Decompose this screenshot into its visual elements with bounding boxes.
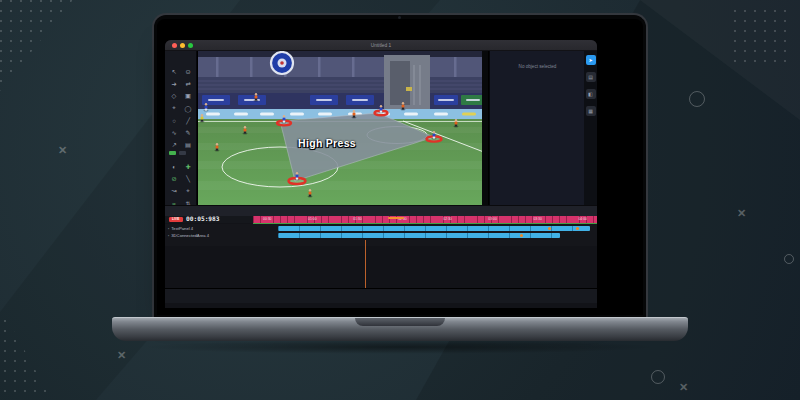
inspector-empty-text: No object selected — [490, 64, 585, 69]
telestration-caption: High Press — [298, 137, 356, 149]
match-video-frame — [197, 51, 489, 205]
ruler-label: 03:00 — [488, 216, 497, 223]
cursor-tool[interactable]: ↖ — [167, 65, 181, 77]
curve-arrow-tool[interactable]: ↝ — [167, 185, 181, 197]
timeline-timecode: 00:05:983 — [186, 215, 220, 222]
spotlight-tool[interactable]: ⊙ — [181, 65, 195, 77]
dot-grid-decor — [0, 0, 76, 96]
clip-keyframe-marker[interactable] — [520, 234, 523, 237]
track-label[interactable]: ▪ TextPanel 4 — [168, 226, 193, 231]
transport-bar: 00:00:16 ◫ ▭ « 0:16 / 8:00 ▶ » ⟳ ▦ Chron… — [165, 205, 597, 216]
clip-keyframe-marker[interactable] — [548, 227, 551, 230]
target-tool[interactable]: ⌖ — [167, 102, 181, 114]
circle-decor — [689, 91, 705, 107]
track-label[interactable]: ▪ 3DConnectedArea 4 — [168, 233, 209, 238]
magnifier-tool[interactable]: ◯ — [181, 102, 195, 114]
track-icon: ▪ — [168, 227, 169, 231]
pen-tool[interactable]: ✎ — [181, 126, 195, 138]
zone-tool[interactable]: ▣ — [181, 90, 195, 102]
stadium-scene — [198, 51, 489, 205]
timeline-clip[interactable] — [278, 233, 560, 239]
player-marker-tool[interactable]: ◇ — [167, 90, 181, 102]
arrow-tool[interactable]: ➔ — [167, 77, 181, 89]
ruler-label: 01:30 — [353, 216, 362, 223]
ruler-label: 02:30 — [443, 216, 452, 223]
laptop-shadow — [140, 340, 660, 354]
club-logo — [271, 52, 293, 74]
circle-decor — [784, 254, 794, 264]
stadium-tunnel — [384, 55, 430, 109]
link-tool[interactable]: ⇄ — [181, 77, 195, 89]
layers-tool[interactable]: ▤ — [181, 139, 195, 151]
laptop-notch — [355, 318, 445, 326]
dot-grid-decor — [730, 6, 794, 66]
ruler-label: 00:30 — [263, 216, 272, 223]
window-titlebar: Untitled 1 — [165, 40, 597, 51]
ruler-label: 01:00 — [308, 216, 317, 223]
video-viewport[interactable]: High Press — [197, 51, 489, 205]
timeline-empty-area — [165, 246, 597, 288]
track-icon: ▪ — [168, 234, 169, 238]
ruler-label: 04:00 — [578, 216, 587, 223]
webcam-dot — [398, 16, 401, 19]
ruler-highlight-marker[interactable] — [388, 217, 404, 219]
inspector-tab-strip: ➤ ▤ ◧ ▦ — [584, 51, 597, 205]
inspector-panel: No object selected — [489, 51, 584, 205]
library-tab[interactable]: ◧ — [586, 89, 596, 99]
bottom-bar: ▦ Zoom @ 10s ▾ Send with ↵ Football ▾ ◫ … — [165, 288, 597, 303]
grid-tab[interactable]: ▦ — [586, 106, 596, 116]
secondary-color-swatch[interactable] — [179, 151, 186, 155]
block-tool[interactable]: ⊘ — [167, 172, 181, 184]
cross-decor: ✕ — [58, 144, 67, 157]
active-color-swatch[interactable] — [169, 151, 176, 155]
timeline-clip[interactable] — [278, 226, 590, 232]
tool-palette: ↖ ⊙ ➔ ⇄ ◇ ▣ ⌖ ◯ ○ ╱ ∿ ✎ — [165, 51, 197, 205]
arrow-up-tool[interactable]: ↗ — [167, 139, 181, 151]
circle-tool[interactable]: ○ — [167, 114, 181, 126]
slash-tool[interactable]: ╲ — [181, 172, 195, 184]
freehand-tool[interactable]: ∿ — [167, 126, 181, 138]
live-badge: LIVE — [169, 217, 183, 222]
timeline-ruler[interactable]: 00:30 01:00 01:30 02:00 02:30 03:00 03:3… — [253, 216, 597, 223]
add-shape-tool[interactable]: ✚ — [181, 160, 195, 172]
properties-tab[interactable]: ➤ — [586, 55, 596, 65]
window-title: Untitled 1 — [165, 40, 597, 51]
layers-tab[interactable]: ▤ — [586, 72, 596, 82]
circle-decor — [651, 370, 665, 384]
clip-keyframe-marker[interactable] — [576, 227, 579, 230]
app-window: Untitled 1 ↖ ⊙ ➔ ⇄ ◇ ▣ ⌖ ◯ ○ ╱ — [165, 40, 597, 308]
cross-decor: ✕ — [737, 207, 746, 220]
line-tool[interactable]: ╱ — [181, 114, 195, 126]
ruler-label: 03:30 — [533, 216, 542, 223]
playhead[interactable] — [365, 240, 366, 289]
target-alt-tool[interactable]: ⌖ — [181, 185, 195, 197]
dot-grid-decor — [0, 306, 52, 400]
cross-decor: ✕ — [117, 349, 126, 362]
shade-tool[interactable]: ◐ — [167, 160, 181, 172]
cross-decor: ✕ — [679, 381, 688, 394]
